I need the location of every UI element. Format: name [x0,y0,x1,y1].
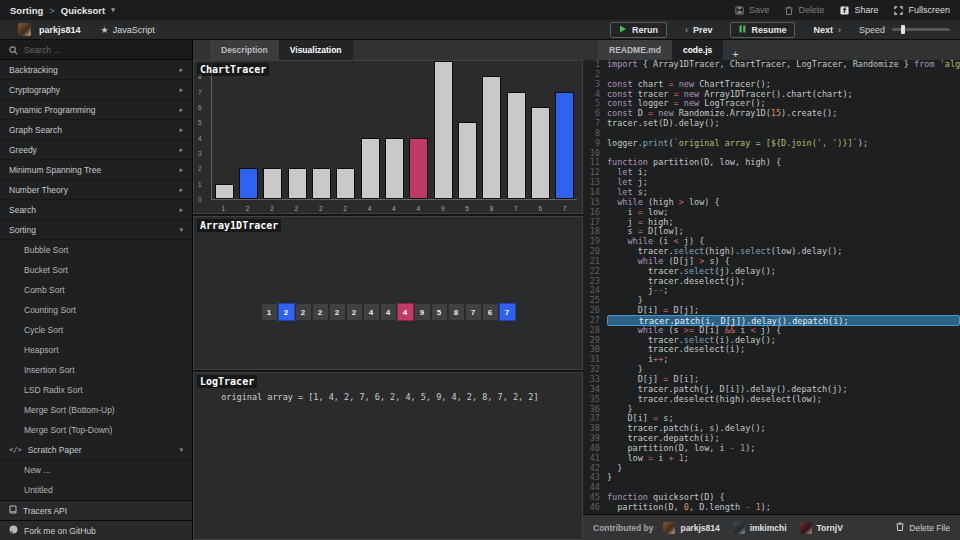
sidebar-item-fork-on-github[interactable]: Fork me on GitHub [0,520,192,540]
chevron-right-icon: ▸ [179,186,183,194]
code-text: tracer.set(D).delay(); [607,119,960,129]
contributor-parkjs814[interactable]: parkjs814 [663,522,719,534]
sidebar-item-counting-sort[interactable]: Counting Sort [0,300,192,320]
array-cell: 5 [431,303,448,321]
code-line[interactable]: 1import { Array1DTracer, ChartTracer, Lo… [583,60,960,70]
book-icon [9,505,23,516]
breadcrumb-algorithm[interactable]: Quicksort [61,5,105,16]
language-selector[interactable]: ★ JavaScript [101,25,155,35]
array-cell: 2 [295,303,312,321]
sidebar-item-number-theory[interactable]: Number Theory▸ [0,180,192,200]
sidebar-item-tracers-api[interactable]: Tracers API [0,500,192,520]
resume-button[interactable]: Resume [730,22,795,38]
sidebar-item-label: Insertion Sort [24,365,75,375]
chevron-right-icon: ▸ [179,86,183,94]
code-line[interactable]: 46 partition(D, 0, D.length - 1); [583,503,960,513]
user-name[interactable]: parkjs814 [39,25,81,35]
array-cells: 122222444958767 [194,303,582,321]
code-line[interactable]: 7tracer.set(D).delay(); [583,119,960,129]
x-tick-label: 6 [531,205,550,212]
speed-slider-thumb[interactable] [901,25,905,34]
chevron-right-icon: › [838,25,841,35]
search-input[interactable] [24,45,164,55]
chart-tracer-title: ChartTracer [197,63,269,76]
sidebar-item-minimum-spanning-tree[interactable]: Minimum Spanning Tree▸ [0,160,192,180]
visualization-tabstrip: DescriptionVisualization [193,40,583,60]
tab-description[interactable]: Description [210,40,279,60]
code-line[interactable]: 9logger.print(`original array = [${D.joi… [583,139,960,149]
chart-bar [385,138,404,199]
line-number: 46 [583,503,607,513]
chart-bar [531,107,550,199]
array-cell: 6 [482,303,499,321]
y-tick-label: 2 [198,165,202,172]
chart-bar [409,138,428,199]
code-line[interactable]: 42 } [583,464,960,474]
sidebar-item-search[interactable]: Search▸ [0,200,192,220]
array-cell: 1 [261,303,278,321]
sidebar-item-greedy[interactable]: Greedy▸ [0,140,192,160]
tab-code.js[interactable]: code.js [672,40,723,60]
x-tick-label: 1 [214,205,233,212]
x-tick-label: 7 [506,205,525,212]
speed-slider[interactable] [892,28,950,31]
x-tick-label: 2 [287,205,306,212]
next-button[interactable]: Next › [805,23,849,37]
y-tick-label: 6 [198,104,202,111]
sidebar-item-heapsort[interactable]: Heapsort [0,340,192,360]
chart-bar [507,92,526,199]
save-icon [735,6,744,15]
share-button[interactable]: f Share [840,5,878,15]
save-button[interactable]: Save [735,5,770,15]
top-navbar: Sorting > Quicksort ▾ Save Delete f Shar… [0,0,960,20]
code-line[interactable]: 35 tracer.deselect(high).deselect(low); [583,395,960,405]
sidebar-item-dynamic-programming[interactable]: Dynamic Programming▸ [0,100,192,120]
code-line[interactable]: 43} [583,473,960,483]
sidebar-item-graph-search[interactable]: Graph Search▸ [0,120,192,140]
x-tick-label: 4 [409,205,428,212]
log-line: original array = [1, 4, 2, 7, 6, 2, 4, 5… [194,392,582,403]
breadcrumb[interactable]: Sorting > Quicksort ▾ [10,5,115,16]
delete-file-button[interactable]: Delete File [896,522,950,533]
sidebar-item-cryptography[interactable]: Cryptography▸ [0,80,192,100]
search-bar[interactable] [0,40,192,60]
chart-bar [458,122,477,199]
contributor-imkimchi[interactable]: imkimchi [733,522,787,534]
share-icon: f [840,6,849,15]
chart-bar [239,168,258,199]
sidebar-item-backtracking[interactable]: Backtracking▸ [0,60,192,80]
sidebar-item-cycle-sort[interactable]: Cycle Sort [0,320,192,340]
sidebar-item-merge-sort-bottom-up-[interactable]: Merge Sort (Bottom-Up) [0,400,192,420]
visualization-area: ChartTracer 012345678 122222444958767 Ar… [193,60,583,540]
sidebar-item-label: Cryptography [9,85,60,95]
breadcrumb-category[interactable]: Sorting [10,5,43,16]
sidebar-item-insertion-sort[interactable]: Insertion Sort [0,360,192,380]
code-editor[interactable]: 1import { Array1DTracer, ChartTracer, Lo… [583,60,960,540]
fullscreen-button[interactable]: Fullscreen [894,5,950,15]
sidebar-item-label: Untitled [24,485,53,495]
contributor-tornjv[interactable]: TornjV [800,522,843,534]
sidebar-item-label: Bubble Sort [24,245,68,255]
sidebar-item-scratch-paper[interactable]: </>Scratch Paper▾ [0,440,192,460]
sidebar-item-label: Comb Sort [24,285,65,295]
prev-button[interactable]: ‹ Prev [677,23,721,37]
tab-visualization[interactable]: Visualization [279,40,353,60]
delete-button[interactable]: Delete [785,5,824,15]
sidebar-item-comb-sort[interactable]: Comb Sort [0,280,192,300]
x-tick-label: 2 [238,205,257,212]
sidebar-item-new-[interactable]: New ... [0,460,192,480]
sidebar-item-untitled[interactable]: Untitled [0,480,192,500]
sidebar-item-lsd-radix-sort[interactable]: LSD Radix Sort [0,380,192,400]
sidebar-item-sorting[interactable]: Sorting▾ [0,220,192,240]
sidebar-item-bubble-sort[interactable]: Bubble Sort [0,240,192,260]
new-file-button[interactable]: + [723,48,747,60]
rerun-button[interactable]: Rerun [610,22,667,38]
code-line[interactable]: 41 low = i + 1; [583,454,960,464]
tab-readme.md[interactable]: README.md [598,40,672,60]
chevron-down-icon: ▾ [179,226,183,234]
sidebar-item-bucket-sort[interactable]: Bucket Sort [0,260,192,280]
user-avatar [18,23,31,36]
sidebar-item-merge-sort-top-down-[interactable]: Merge Sort (Top-Down) [0,420,192,440]
array-cell: 2 [329,303,346,321]
chart-x-axis: 122222444958767 [211,205,577,212]
